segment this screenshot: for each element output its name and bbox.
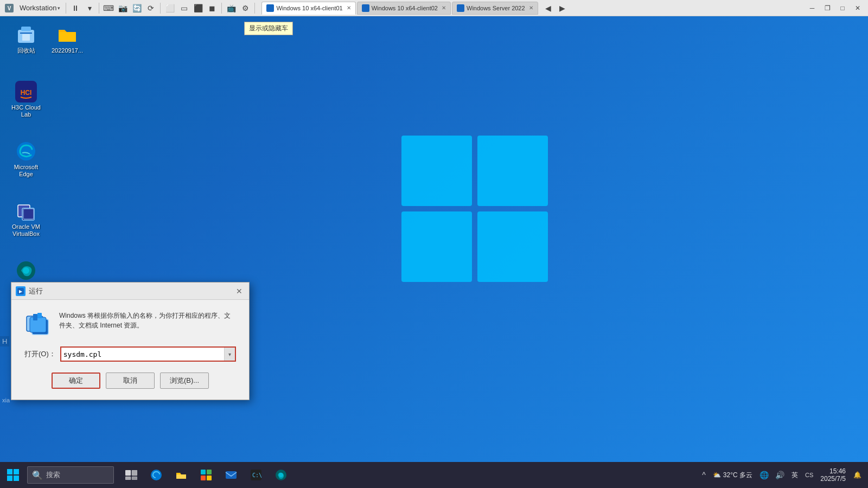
svg-rect-32: [132, 477, 137, 480]
run-dialog-info-row: Windows 将根据你所输入的名称，为你打开相应的程序、文件夹、文档或 Int…: [24, 311, 236, 337]
svg-text:C:\: C:\: [252, 472, 262, 478]
svg-rect-15: [23, 209, 34, 219]
unity-icon[interactable]: ◼: [206, 2, 218, 14]
separator5: [254, 3, 255, 14]
tab-icon2: [362, 4, 369, 12]
recycle-bin-icon: [15, 24, 37, 46]
svg-rect-25: [7, 469, 12, 474]
maximize-button[interactable]: □: [835, 2, 850, 14]
edge-icon: [15, 140, 37, 162]
desktop-icon-edge[interactable]: Microsoft Edge: [7, 138, 46, 180]
desktop-icon-folder[interactable]: 20220917...: [48, 22, 87, 56]
run-dialog-description: Windows 将根据你所输入的名称，为你打开相应的程序、文件夹、文档或 Int…: [59, 311, 236, 330]
run-dialog-input[interactable]: [61, 348, 224, 361]
workstation-menu[interactable]: Workstation ▾: [17, 3, 62, 13]
run-dialog-ok-button[interactable]: 确定: [52, 373, 100, 389]
run-dialog-input-row: 打开(O)： ▾: [24, 346, 236, 362]
svg-rect-26: [14, 469, 19, 474]
svg-point-43: [279, 473, 283, 477]
tab-icon3: [457, 4, 464, 12]
search-placeholder: 搜索: [46, 470, 60, 480]
svg-rect-10: [59, 32, 76, 42]
connect-icon[interactable]: 📺: [225, 2, 237, 14]
svg-rect-34: [176, 474, 186, 479]
tab-server2022[interactable]: Windows Server 2022 ✕: [452, 2, 538, 15]
fit-window-icon[interactable]: ⬛: [192, 2, 204, 14]
taskbar-app-mail[interactable]: [219, 463, 243, 487]
run-dialog-cancel-button[interactable]: 取消: [106, 373, 155, 389]
tab-icon: [266, 4, 274, 12]
run-dialog-browse-button[interactable]: 浏览(B)...: [160, 373, 209, 389]
taskbar-app-cmd[interactable]: C:\: [244, 463, 268, 487]
run-dialog-big-icon: [24, 311, 50, 337]
separator4: [221, 3, 222, 14]
hcl-icon: [15, 260, 37, 281]
desktop-icon-h3c[interactable]: HCI H3C Cloud Lab: [7, 79, 46, 120]
taskbar-app-store[interactable]: [194, 463, 218, 487]
weather-icon: ⛅: [713, 471, 721, 479]
run-dialog-close-button[interactable]: ✕: [234, 286, 245, 297]
desktop-icon-virtualbox[interactable]: Oracle VM VirtualBox: [7, 198, 46, 240]
settings-icon[interactable]: ⚙: [239, 2, 251, 14]
snapshot3-icon[interactable]: ⟳: [145, 2, 157, 14]
taskbar-app-hcl[interactable]: [269, 463, 293, 487]
h3c-icon: HCI: [15, 81, 37, 102]
tray-weather[interactable]: ⛅ 32°C 多云: [711, 471, 755, 480]
svg-rect-22: [30, 317, 46, 332]
run-dialog-dropdown-button[interactable]: ▾: [224, 348, 235, 361]
svg-rect-7: [21, 27, 31, 31]
taskbar-app-explorer[interactable]: [169, 463, 193, 487]
tab-label-client02: Windows 10 x64-client02: [372, 5, 438, 11]
snapshot2-icon[interactable]: 🔄: [131, 2, 143, 14]
tray-language[interactable]: 英: [789, 471, 800, 480]
tab-close-client02[interactable]: ✕: [442, 5, 446, 11]
ime-icon[interactable]: CS: [803, 472, 815, 478]
svg-rect-35: [201, 470, 206, 474]
svg-rect-24: [37, 313, 42, 318]
fullscreen-icon[interactable]: ⬜: [164, 2, 176, 14]
restore-button[interactable]: ❐: [820, 2, 834, 14]
tab-close-server2022[interactable]: ✕: [529, 5, 533, 11]
vmware-icon[interactable]: V: [3, 2, 15, 14]
separator3: [160, 3, 161, 14]
svg-rect-27: [7, 476, 12, 481]
desktop-icon-recycle-bin[interactable]: 回收站: [7, 22, 46, 56]
pause-dropdown-icon[interactable]: ▾: [84, 2, 95, 14]
svg-text:▶: ▶: [19, 289, 23, 294]
snapshot-icon[interactable]: 📷: [117, 2, 129, 14]
svg-rect-4: [401, 211, 472, 282]
show-hidden-icons[interactable]: ^: [700, 471, 707, 479]
recycle-bin-label: 回收站: [17, 47, 35, 54]
taskbar-tray: ^ ⛅ 32°C 多云 🌐 🔊 英 CS 15:46 2025/7/5 🔔: [700, 467, 868, 483]
tab-next-icon[interactable]: ▶: [557, 2, 569, 14]
virtualbox-label: Oracle VM VirtualBox: [9, 223, 43, 237]
send-ctrl-alt-del-icon[interactable]: ⌨: [103, 2, 114, 14]
pause-icon[interactable]: ⏸: [69, 2, 81, 14]
taskbar-search[interactable]: 🔍 搜索: [27, 466, 114, 484]
tab-label-client01: Windows 10 x64-client01: [276, 5, 342, 11]
taskbar-task-view[interactable]: [119, 463, 143, 487]
svg-rect-2: [401, 136, 472, 206]
clock-date: 2025/7/5: [820, 475, 846, 483]
tab-client02[interactable]: Windows 10 x64-client02 ✕: [357, 2, 451, 15]
clock-time: 15:46: [829, 467, 846, 475]
tray-time[interactable]: 15:46 2025/7/5: [818, 467, 848, 483]
close-button[interactable]: ✕: [851, 2, 865, 14]
start-button[interactable]: [0, 462, 26, 488]
volume-icon[interactable]: 🔊: [774, 471, 786, 479]
svg-rect-28: [14, 476, 19, 481]
svg-text:V: V: [8, 5, 11, 11]
taskbar-app-edge[interactable]: [144, 463, 168, 487]
network-icon[interactable]: 🌐: [758, 471, 770, 479]
tab-close-client01[interactable]: ✕: [347, 5, 351, 11]
run-dialog: ▶ 运行 ✕ Windows 将根据你所输入的名称，为你打: [11, 282, 250, 400]
tab-client01[interactable]: Windows 10 x64-client01 ✕: [261, 2, 355, 15]
search-icon: 🔍: [32, 470, 43, 480]
notification-icon[interactable]: 🔔: [851, 471, 864, 479]
minimize-button[interactable]: ─: [805, 2, 819, 14]
run-dialog-titlebar: ▶ 运行 ✕: [11, 282, 249, 300]
tab-prev-icon[interactable]: ◀: [542, 2, 554, 14]
h3c-label: H3C Cloud Lab: [9, 104, 43, 118]
fit-guest-icon[interactable]: ▭: [178, 2, 190, 14]
svg-rect-5: [477, 211, 548, 282]
